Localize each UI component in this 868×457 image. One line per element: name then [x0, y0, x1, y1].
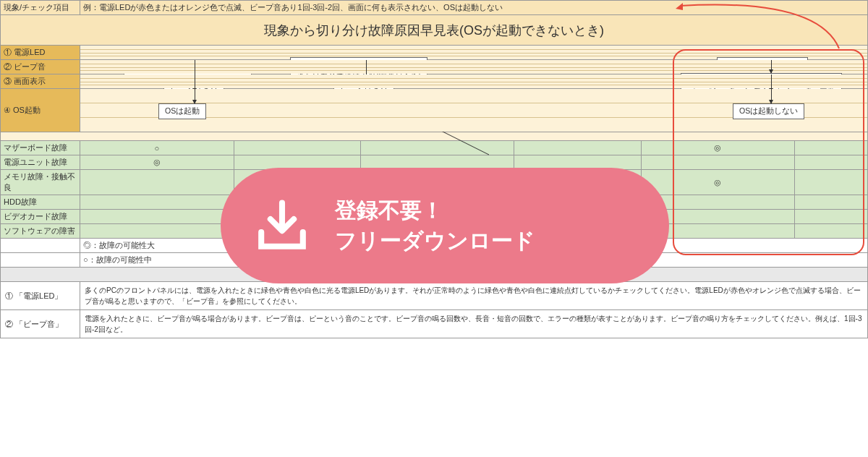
header-left: 現象/チェック項目 [1, 1, 80, 15]
section-1-label: ① 電源LED [1, 46, 80, 60]
exp-0-label: ① 「電源LED」 [1, 282, 80, 310]
exp-1-label: ② 「ビープ音」 [1, 310, 80, 338]
box-os2: OSは起動しない [733, 103, 804, 119]
download-text: 登録不要！ フリーダウンロード [335, 195, 535, 256]
fault-1: 電源ユニット故障 [1, 155, 80, 170]
exp-1-text: 電源を入れたときに、ビープ音が鳴る場合があります。ビープ音は、ピーという音のこと… [80, 310, 868, 338]
section-2-label: ② ビープ音 [1, 60, 80, 74]
fault-5: ソフトウェアの障害 [1, 224, 80, 239]
section-2-flow: ビープ音なし ビープ音なし ビープ音ありビープ音の鳴り方(長音・短音)と鳴る回数 [80, 60, 868, 74]
section-3-flow: 画面に何も表示されな 画面に何も表示されない [80, 74, 868, 89]
box-os1: OSは起動 [158, 103, 206, 119]
download-icon [250, 193, 315, 258]
download-button[interactable]: 登録不要！ フリーダウンロード [221, 168, 669, 283]
header-example: 例：電源LEDが赤色またはオレンジ色で点滅、ビープ音あり1回-3回-2回、画面に… [80, 1, 868, 15]
page-title: 現象から切り分け故障原因早見表(OSが起動できないとき) [1, 15, 868, 46]
section-1-flow: 電源LEDが消灯(電源が入らない) 電源LEDが緑色または青色または白色で連続点… [80, 46, 868, 60]
fault-4: ビデオカード故障 [1, 210, 80, 224]
section-4-flow: OSは起動 OSは起動しない [80, 89, 868, 132]
fault-3: HDD故障 [1, 195, 80, 210]
fault-0: マザーボード故障 [1, 141, 80, 155]
section-4-label: ④ OS起動 [1, 89, 80, 132]
section-3-label: ③ 画面表示 [1, 74, 80, 89]
fault-2: メモリ故障・接触不良 [1, 170, 80, 195]
exp-0-text: 多くのPCのフロントパネルには、電源を入れたときに緑色や青色や白色に光る電源LE… [80, 282, 868, 310]
